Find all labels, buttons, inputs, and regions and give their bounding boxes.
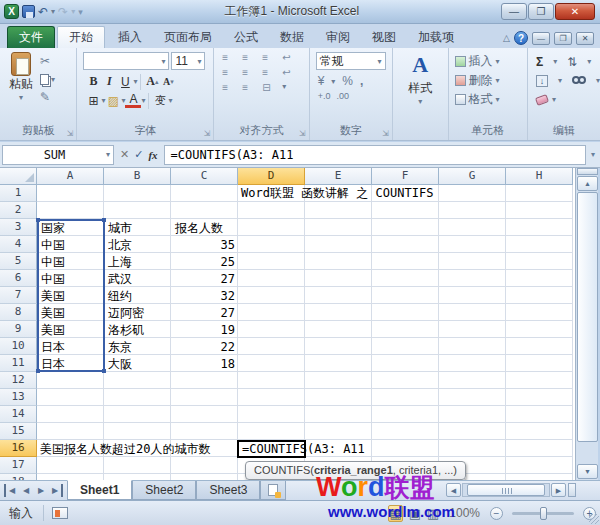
save-icon[interactable] bbox=[22, 5, 35, 18]
row-header-10[interactable]: 10 bbox=[0, 338, 37, 355]
sort-filter-icon[interactable]: ⇅ bbox=[567, 55, 577, 69]
accounting-format-icon[interactable]: ¥ bbox=[318, 74, 325, 88]
clipboard-dialog-launcher-icon[interactable]: ⇲ bbox=[67, 129, 74, 138]
shrink-font-button[interactable]: A▾ bbox=[160, 73, 176, 90]
sort-dropdown-icon[interactable]: ▾ bbox=[587, 57, 591, 66]
cell-a16-label[interactable]: 美国报名人数超过20人的城市数 bbox=[40, 442, 210, 457]
clear-icon[interactable] bbox=[535, 94, 549, 106]
align-bottom-icon[interactable]: ≡ bbox=[262, 52, 278, 63]
sheet-tab-sheet2[interactable]: Sheet2 bbox=[132, 481, 196, 500]
percent-style-icon[interactable]: % bbox=[342, 74, 353, 88]
scroll-left-icon[interactable]: ◀ bbox=[446, 483, 461, 497]
horizontal-scroll-thumb[interactable] bbox=[467, 484, 545, 496]
first-sheet-icon[interactable]: ◀ bbox=[4, 484, 18, 497]
tab-home[interactable]: 开始 bbox=[57, 26, 105, 48]
last-sheet-icon[interactable]: ▶ bbox=[49, 484, 63, 497]
vertical-scroll-thumb[interactable] bbox=[577, 192, 598, 442]
cell-c9[interactable]: 19 bbox=[174, 323, 235, 338]
excel-app-icon[interactable]: X bbox=[4, 4, 19, 19]
row-header-17[interactable]: 17 bbox=[0, 457, 37, 474]
scroll-up-icon[interactable]: ▲ bbox=[577, 176, 598, 191]
row-header-8[interactable]: 8 bbox=[0, 304, 37, 321]
font-size-dropdown-icon[interactable]: ▾ bbox=[197, 57, 201, 66]
bold-button[interactable]: B bbox=[85, 73, 101, 90]
find-select-icon[interactable] bbox=[572, 76, 586, 86]
fill-color-icon[interactable]: ▨ bbox=[105, 92, 121, 109]
cell-b8[interactable]: 迈阿密 bbox=[108, 306, 144, 321]
row-header-2[interactable]: 2 bbox=[0, 202, 37, 219]
grid-body[interactable]: Word联盟 函数讲解 之 COUNTIFS 国家 城市 报名人数 中国 北京 … bbox=[37, 185, 573, 480]
format-painter-icon[interactable]: ✎ bbox=[40, 90, 50, 104]
row-header-5[interactable]: 5 bbox=[0, 253, 37, 270]
cancel-formula-icon[interactable]: ✕ bbox=[120, 148, 129, 161]
find-dropdown-icon[interactable]: ▾ bbox=[596, 76, 600, 85]
expand-formula-bar-icon[interactable]: ▾ bbox=[586, 150, 600, 159]
col-header-d[interactable]: D bbox=[238, 168, 305, 185]
orientation-icon[interactable]: ↩ bbox=[282, 52, 298, 63]
tab-insert[interactable]: 插入 bbox=[107, 26, 153, 48]
styles-button[interactable]: A 样式 ▾ bbox=[393, 54, 448, 106]
horizontal-scrollbar[interactable]: ◀ ▶ bbox=[446, 483, 576, 497]
name-box[interactable]: SUM ▾ bbox=[2, 145, 114, 165]
row-header-13[interactable]: 13 bbox=[0, 389, 37, 406]
row-header-14[interactable]: 14 bbox=[0, 406, 37, 423]
borders-icon[interactable]: ⊞ bbox=[85, 92, 101, 109]
cell-c7[interactable]: 32 bbox=[174, 289, 235, 304]
undo-icon[interactable]: ↶ bbox=[38, 6, 48, 18]
col-header-c[interactable]: C bbox=[171, 168, 238, 185]
row-header-15[interactable]: 15 bbox=[0, 423, 37, 440]
row-header-1[interactable]: 1 bbox=[0, 185, 37, 202]
selection-handle[interactable] bbox=[102, 218, 106, 222]
zoom-out-icon[interactable]: − bbox=[490, 507, 503, 520]
scroll-down-icon[interactable]: ▼ bbox=[577, 464, 598, 479]
cell-c6[interactable]: 27 bbox=[174, 272, 235, 287]
tab-page-layout[interactable]: 页面布局 bbox=[153, 26, 223, 48]
copy-icon[interactable] bbox=[40, 74, 49, 85]
decrease-indent-icon[interactable]: ≡ bbox=[222, 82, 238, 93]
sheet-tab-sheet1[interactable]: Sheet1 bbox=[67, 480, 132, 500]
workbook-minimize-button[interactable]: — bbox=[532, 32, 550, 45]
row-header-12[interactable]: 12 bbox=[0, 372, 37, 389]
selection-handle[interactable] bbox=[36, 369, 40, 373]
cell-b3[interactable]: 城市 bbox=[108, 221, 132, 236]
decrease-decimal-icon[interactable]: .00 bbox=[336, 91, 349, 101]
vertical-split-handle[interactable] bbox=[577, 168, 598, 175]
grow-font-button[interactable]: A▴ bbox=[144, 73, 160, 90]
insert-function-icon[interactable]: fx bbox=[148, 149, 157, 161]
italic-button[interactable]: I bbox=[101, 73, 117, 90]
col-header-h[interactable]: H bbox=[506, 168, 573, 185]
cell-b9[interactable]: 洛杉矶 bbox=[108, 323, 144, 338]
merge-center-icon[interactable]: ⊟ bbox=[262, 82, 278, 93]
underline-dropdown-icon[interactable]: ▾ bbox=[133, 77, 137, 86]
alignment-dialog-launcher-icon[interactable]: ⇲ bbox=[299, 129, 306, 138]
cell-b10[interactable]: 东京 bbox=[108, 340, 132, 355]
cell-b4[interactable]: 北京 bbox=[108, 238, 132, 253]
paste-button[interactable]: 粘贴 ▾ bbox=[4, 52, 38, 106]
cell-b11[interactable]: 大阪 bbox=[108, 357, 132, 372]
workbook-restore-button[interactable]: ❐ bbox=[554, 32, 572, 45]
format-cells-button[interactable]: 格式 ▾ bbox=[449, 90, 527, 109]
cell-c11[interactable]: 18 bbox=[174, 357, 235, 372]
zoom-slider[interactable] bbox=[512, 512, 574, 515]
name-box-dropdown-icon[interactable]: ▾ bbox=[106, 150, 113, 159]
autosum-dropdown-icon[interactable]: ▾ bbox=[553, 57, 557, 66]
delete-cells-button[interactable]: 删除 ▾ bbox=[449, 71, 527, 90]
undo-dropdown-icon[interactable]: ▾ bbox=[51, 6, 55, 18]
font-dialog-launcher-icon[interactable]: ⇲ bbox=[204, 129, 211, 138]
row-header-16[interactable]: 16 bbox=[0, 440, 37, 457]
tab-data[interactable]: 数据 bbox=[269, 26, 315, 48]
close-button[interactable]: ✕ bbox=[555, 3, 595, 20]
font-name-select[interactable]: ▾ bbox=[83, 52, 169, 70]
tab-formulas[interactable]: 公式 bbox=[223, 26, 269, 48]
row-header-11[interactable]: 11 bbox=[0, 355, 37, 372]
horizontal-split-handle[interactable] bbox=[568, 483, 576, 497]
vertical-scrollbar[interactable]: ▲ ▼ bbox=[575, 168, 598, 480]
enter-formula-icon[interactable]: ✓ bbox=[134, 148, 143, 161]
align-middle-icon[interactable]: ≡ bbox=[242, 52, 258, 63]
underline-button[interactable]: U bbox=[117, 73, 133, 90]
font-color-dropdown-icon[interactable]: ▾ bbox=[141, 96, 145, 105]
row-header-6[interactable]: 6 bbox=[0, 270, 37, 287]
prev-sheet-icon[interactable]: ◀ bbox=[19, 484, 33, 497]
wrap-text-icon[interactable]: ↩ bbox=[282, 67, 298, 78]
cell-c10[interactable]: 22 bbox=[174, 340, 235, 355]
